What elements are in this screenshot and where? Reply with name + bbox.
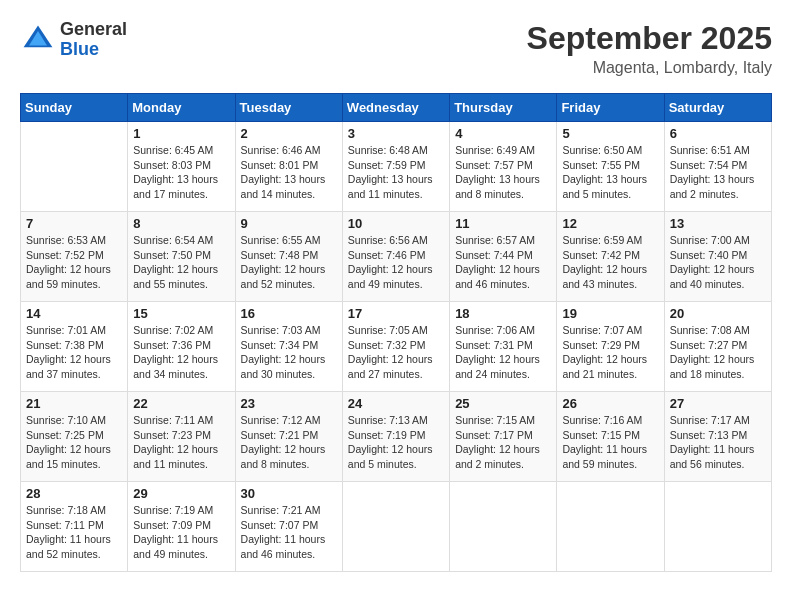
calendar-cell: 26Sunrise: 7:16 AM Sunset: 7:15 PM Dayli… xyxy=(557,392,664,482)
calendar-cell: 18Sunrise: 7:06 AM Sunset: 7:31 PM Dayli… xyxy=(450,302,557,392)
day-number: 27 xyxy=(670,396,766,411)
day-number: 30 xyxy=(241,486,337,501)
day-number: 19 xyxy=(562,306,658,321)
day-number: 11 xyxy=(455,216,551,231)
calendar-cell: 30Sunrise: 7:21 AM Sunset: 7:07 PM Dayli… xyxy=(235,482,342,572)
logo-blue-text: Blue xyxy=(60,40,127,60)
calendar-cell: 2Sunrise: 6:46 AM Sunset: 8:01 PM Daylig… xyxy=(235,122,342,212)
day-number: 17 xyxy=(348,306,444,321)
day-number: 23 xyxy=(241,396,337,411)
day-number: 2 xyxy=(241,126,337,141)
day-info: Sunrise: 6:59 AM Sunset: 7:42 PM Dayligh… xyxy=(562,233,658,292)
calendar-cell: 10Sunrise: 6:56 AM Sunset: 7:46 PM Dayli… xyxy=(342,212,449,302)
calendar-cell: 14Sunrise: 7:01 AM Sunset: 7:38 PM Dayli… xyxy=(21,302,128,392)
day-info: Sunrise: 7:18 AM Sunset: 7:11 PM Dayligh… xyxy=(26,503,122,562)
day-info: Sunrise: 6:54 AM Sunset: 7:50 PM Dayligh… xyxy=(133,233,229,292)
day-info: Sunrise: 6:48 AM Sunset: 7:59 PM Dayligh… xyxy=(348,143,444,202)
logo-icon xyxy=(20,22,56,58)
day-info: Sunrise: 6:53 AM Sunset: 7:52 PM Dayligh… xyxy=(26,233,122,292)
day-number: 20 xyxy=(670,306,766,321)
day-number: 1 xyxy=(133,126,229,141)
day-info: Sunrise: 7:12 AM Sunset: 7:21 PM Dayligh… xyxy=(241,413,337,472)
calendar-cell: 21Sunrise: 7:10 AM Sunset: 7:25 PM Dayli… xyxy=(21,392,128,482)
logo-text: General Blue xyxy=(60,20,127,60)
day-info: Sunrise: 6:50 AM Sunset: 7:55 PM Dayligh… xyxy=(562,143,658,202)
month-title: September 2025 xyxy=(527,20,772,57)
day-number: 18 xyxy=(455,306,551,321)
calendar-week-3: 14Sunrise: 7:01 AM Sunset: 7:38 PM Dayli… xyxy=(21,302,772,392)
day-info: Sunrise: 6:55 AM Sunset: 7:48 PM Dayligh… xyxy=(241,233,337,292)
day-info: Sunrise: 7:16 AM Sunset: 7:15 PM Dayligh… xyxy=(562,413,658,472)
calendar-cell xyxy=(450,482,557,572)
day-info: Sunrise: 7:06 AM Sunset: 7:31 PM Dayligh… xyxy=(455,323,551,382)
day-info: Sunrise: 7:02 AM Sunset: 7:36 PM Dayligh… xyxy=(133,323,229,382)
day-info: Sunrise: 7:21 AM Sunset: 7:07 PM Dayligh… xyxy=(241,503,337,562)
location: Magenta, Lombardy, Italy xyxy=(527,59,772,77)
day-number: 21 xyxy=(26,396,122,411)
calendar-cell: 11Sunrise: 6:57 AM Sunset: 7:44 PM Dayli… xyxy=(450,212,557,302)
calendar-cell: 9Sunrise: 6:55 AM Sunset: 7:48 PM Daylig… xyxy=(235,212,342,302)
day-number: 15 xyxy=(133,306,229,321)
day-number: 26 xyxy=(562,396,658,411)
calendar-cell: 25Sunrise: 7:15 AM Sunset: 7:17 PM Dayli… xyxy=(450,392,557,482)
calendar-cell xyxy=(21,122,128,212)
calendar-cell: 27Sunrise: 7:17 AM Sunset: 7:13 PM Dayli… xyxy=(664,392,771,482)
day-info: Sunrise: 6:57 AM Sunset: 7:44 PM Dayligh… xyxy=(455,233,551,292)
calendar-table: SundayMondayTuesdayWednesdayThursdayFrid… xyxy=(20,93,772,572)
calendar-cell xyxy=(664,482,771,572)
day-number: 12 xyxy=(562,216,658,231)
day-info: Sunrise: 7:07 AM Sunset: 7:29 PM Dayligh… xyxy=(562,323,658,382)
day-info: Sunrise: 7:01 AM Sunset: 7:38 PM Dayligh… xyxy=(26,323,122,382)
calendar-cell: 24Sunrise: 7:13 AM Sunset: 7:19 PM Dayli… xyxy=(342,392,449,482)
weekday-header-row: SundayMondayTuesdayWednesdayThursdayFrid… xyxy=(21,94,772,122)
logo-general-text: General xyxy=(60,20,127,40)
calendar-body: 1Sunrise: 6:45 AM Sunset: 8:03 PM Daylig… xyxy=(21,122,772,572)
calendar-header: SundayMondayTuesdayWednesdayThursdayFrid… xyxy=(21,94,772,122)
day-number: 28 xyxy=(26,486,122,501)
day-info: Sunrise: 7:03 AM Sunset: 7:34 PM Dayligh… xyxy=(241,323,337,382)
day-info: Sunrise: 7:19 AM Sunset: 7:09 PM Dayligh… xyxy=(133,503,229,562)
day-number: 10 xyxy=(348,216,444,231)
day-info: Sunrise: 6:45 AM Sunset: 8:03 PM Dayligh… xyxy=(133,143,229,202)
calendar-cell: 3Sunrise: 6:48 AM Sunset: 7:59 PM Daylig… xyxy=(342,122,449,212)
calendar-cell: 15Sunrise: 7:02 AM Sunset: 7:36 PM Dayli… xyxy=(128,302,235,392)
day-info: Sunrise: 7:05 AM Sunset: 7:32 PM Dayligh… xyxy=(348,323,444,382)
calendar-cell: 12Sunrise: 6:59 AM Sunset: 7:42 PM Dayli… xyxy=(557,212,664,302)
weekday-header-saturday: Saturday xyxy=(664,94,771,122)
weekday-header-friday: Friday xyxy=(557,94,664,122)
page-header: General Blue September 2025 Magenta, Lom… xyxy=(20,20,772,77)
calendar-week-5: 28Sunrise: 7:18 AM Sunset: 7:11 PM Dayli… xyxy=(21,482,772,572)
day-info: Sunrise: 6:49 AM Sunset: 7:57 PM Dayligh… xyxy=(455,143,551,202)
day-info: Sunrise: 7:13 AM Sunset: 7:19 PM Dayligh… xyxy=(348,413,444,472)
weekday-header-thursday: Thursday xyxy=(450,94,557,122)
day-number: 29 xyxy=(133,486,229,501)
weekday-header-tuesday: Tuesday xyxy=(235,94,342,122)
weekday-header-monday: Monday xyxy=(128,94,235,122)
day-number: 9 xyxy=(241,216,337,231)
day-number: 22 xyxy=(133,396,229,411)
day-info: Sunrise: 7:15 AM Sunset: 7:17 PM Dayligh… xyxy=(455,413,551,472)
day-info: Sunrise: 7:17 AM Sunset: 7:13 PM Dayligh… xyxy=(670,413,766,472)
logo: General Blue xyxy=(20,20,127,60)
day-number: 5 xyxy=(562,126,658,141)
calendar-cell: 8Sunrise: 6:54 AM Sunset: 7:50 PM Daylig… xyxy=(128,212,235,302)
calendar-cell: 6Sunrise: 6:51 AM Sunset: 7:54 PM Daylig… xyxy=(664,122,771,212)
calendar-cell: 19Sunrise: 7:07 AM Sunset: 7:29 PM Dayli… xyxy=(557,302,664,392)
calendar-cell: 1Sunrise: 6:45 AM Sunset: 8:03 PM Daylig… xyxy=(128,122,235,212)
calendar-cell: 23Sunrise: 7:12 AM Sunset: 7:21 PM Dayli… xyxy=(235,392,342,482)
calendar-cell: 29Sunrise: 7:19 AM Sunset: 7:09 PM Dayli… xyxy=(128,482,235,572)
day-info: Sunrise: 7:00 AM Sunset: 7:40 PM Dayligh… xyxy=(670,233,766,292)
day-info: Sunrise: 6:56 AM Sunset: 7:46 PM Dayligh… xyxy=(348,233,444,292)
day-info: Sunrise: 6:51 AM Sunset: 7:54 PM Dayligh… xyxy=(670,143,766,202)
day-info: Sunrise: 6:46 AM Sunset: 8:01 PM Dayligh… xyxy=(241,143,337,202)
day-number: 4 xyxy=(455,126,551,141)
calendar-week-4: 21Sunrise: 7:10 AM Sunset: 7:25 PM Dayli… xyxy=(21,392,772,482)
day-number: 7 xyxy=(26,216,122,231)
weekday-header-wednesday: Wednesday xyxy=(342,94,449,122)
day-number: 13 xyxy=(670,216,766,231)
calendar-cell: 28Sunrise: 7:18 AM Sunset: 7:11 PM Dayli… xyxy=(21,482,128,572)
calendar-cell: 16Sunrise: 7:03 AM Sunset: 7:34 PM Dayli… xyxy=(235,302,342,392)
weekday-header-sunday: Sunday xyxy=(21,94,128,122)
day-info: Sunrise: 7:10 AM Sunset: 7:25 PM Dayligh… xyxy=(26,413,122,472)
day-number: 6 xyxy=(670,126,766,141)
